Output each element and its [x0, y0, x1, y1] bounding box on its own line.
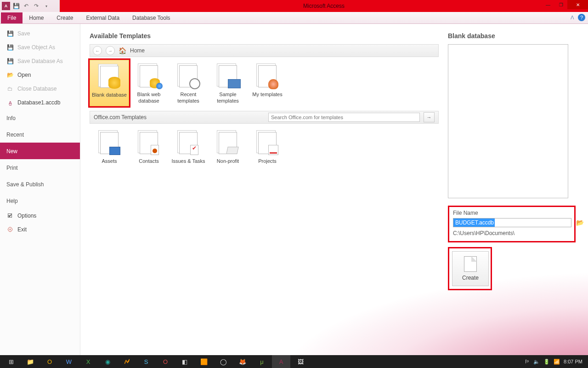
sidebar-save-object-as[interactable]: 💾Save Object As: [0, 40, 80, 54]
taskbar-excel[interactable]: X: [79, 355, 97, 368]
create-button-highlight: Create: [448, 247, 492, 290]
folder-open-icon: 📂: [6, 71, 14, 79]
template-contacts[interactable]: Contacts: [129, 126, 169, 166]
restore-button[interactable]: ❐: [554, 0, 567, 9]
taskbar-outlook[interactable]: O: [40, 355, 59, 368]
sidebar-save-publish[interactable]: Save & Publish: [0, 176, 80, 192]
file-name-input[interactable]: [453, 218, 571, 227]
sidebar-new[interactable]: New: [0, 143, 80, 159]
templates-row-1: Blank database Blank web database Recent…: [90, 57, 439, 109]
new-doc-icon: [464, 256, 477, 272]
template-issues-tasks[interactable]: ✔ Issues & Tasks: [169, 126, 208, 166]
sidebar-open[interactable]: 📂Open: [0, 68, 80, 82]
taskbar-utorrent[interactable]: μ: [253, 355, 271, 368]
system-tray: 🏳 🔈 🔋 📶 8:07 PM: [525, 359, 586, 365]
nav-back-button[interactable]: ←: [93, 46, 102, 55]
access-file-icon: A̲: [6, 99, 14, 106]
sidebar-recent[interactable]: Recent: [0, 126, 80, 143]
tab-database-tools[interactable]: Database Tools: [126, 12, 177, 23]
search-templates-input[interactable]: [268, 113, 420, 122]
sidebar-info[interactable]: Info: [0, 109, 80, 126]
nav-forward-button[interactable]: →: [106, 46, 115, 55]
preview-panel: Blank database File Name C:\Users\HP\Doc…: [448, 32, 579, 347]
sidebar-recent-file[interactable]: A̲Database1.accdb: [0, 96, 80, 109]
file-name-label: File Name: [453, 210, 571, 216]
minimize-button[interactable]: —: [542, 0, 554, 9]
create-button[interactable]: Create: [452, 251, 489, 286]
tray-network-icon[interactable]: 📶: [554, 359, 560, 365]
taskbar-media[interactable]: ◉: [98, 355, 117, 368]
template-assets[interactable]: Assets: [90, 126, 129, 166]
template-recent-templates[interactable]: Recent templates: [169, 60, 208, 106]
file-tab[interactable]: File: [1, 12, 23, 23]
backstage-view: 💾Save 💾Save Object As 💾Save Database As …: [0, 24, 588, 355]
template-blank-database[interactable]: Blank database: [90, 60, 129, 106]
sidebar-close-database[interactable]: 🗀Close Database: [0, 82, 80, 96]
tab-home[interactable]: Home: [23, 12, 50, 23]
search-go-button[interactable]: →: [424, 112, 435, 122]
help-icon[interactable]: ?: [578, 14, 585, 21]
templates-row-2: Assets Contacts ✔ Issues & Tasks Non-pro…: [90, 124, 439, 169]
close-button[interactable]: ✕: [567, 0, 588, 9]
available-templates-heading: Available Templates: [90, 32, 439, 40]
taskbar-opera[interactable]: O: [156, 355, 175, 368]
close-db-icon: 🗀: [6, 85, 14, 92]
tab-external-data[interactable]: External Data: [79, 12, 126, 23]
windows-taskbar: ⊞ 📁 O W X ◉ 🗲 S O ◧ 🟧 ◯ 🦊 μ A 🖼 🏳 🔈 🔋 📶 …: [0, 355, 588, 368]
quick-access-toolbar: A 💾 ↶ ↷ ▾: [0, 2, 52, 10]
office-templates-label: Office.com Templates: [94, 114, 147, 121]
taskbar-access[interactable]: A: [272, 355, 290, 368]
template-blank-web-database[interactable]: Blank web database: [129, 60, 169, 106]
template-projects[interactable]: Projects: [248, 126, 287, 166]
taskbar-app2[interactable]: 🟧: [195, 355, 213, 368]
tab-create[interactable]: Create: [50, 12, 79, 23]
options-icon: 🗹: [6, 212, 14, 219]
taskbar-app3[interactable]: 🖼: [291, 355, 310, 368]
sidebar-save-database-as[interactable]: 💾Save Database As: [0, 54, 80, 68]
minimize-ribbon-icon[interactable]: ᐱ: [569, 14, 576, 21]
save-icon[interactable]: 💾: [12, 2, 20, 10]
tray-volume-icon[interactable]: 🔈: [533, 359, 540, 365]
save-as-icon: 💾: [6, 44, 14, 51]
file-path-label: C:\Users\HP\Documents\: [453, 230, 571, 236]
template-my-templates[interactable]: My templates: [248, 60, 287, 106]
templates-panel: Available Templates ← → 🏠 Home Blank dat…: [90, 32, 439, 347]
start-button[interactable]: ⊞: [2, 355, 20, 368]
template-preview: [448, 44, 568, 198]
template-non-profit[interactable]: Non-profit: [208, 126, 248, 166]
taskbar-word[interactable]: W: [60, 355, 78, 368]
tray-battery-icon[interactable]: 🔋: [543, 359, 550, 365]
exit-icon: ⮾: [6, 226, 14, 233]
titlebar: A 💾 ↶ ↷ ▾ Microsoft Access — ❐ ✕: [0, 0, 588, 12]
titlebar-highlight: Microsoft Access: [60, 0, 588, 12]
save-icon: 💾: [6, 30, 14, 37]
blank-database-heading: Blank database: [448, 32, 579, 40]
tray-flag-icon[interactable]: 🏳: [525, 359, 530, 364]
backstage-sidebar: 💾Save 💾Save Object As 💾Save Database As …: [0, 24, 80, 355]
breadcrumb-home[interactable]: Home: [130, 47, 145, 54]
access-app-icon[interactable]: A: [2, 2, 10, 10]
taskbar-app1[interactable]: ◧: [175, 355, 194, 368]
taskbar-explorer[interactable]: 📁: [21, 355, 40, 368]
redo-icon[interactable]: ↷: [32, 2, 40, 10]
sidebar-print[interactable]: Print: [0, 159, 80, 176]
home-icon[interactable]: 🏠: [119, 47, 126, 54]
office-templates-bar: Office.com Templates →: [90, 111, 439, 124]
ribbon-tabs: File Home Create External Data Database …: [0, 12, 588, 24]
taskbar-winamp[interactable]: 🗲: [118, 355, 136, 368]
save-db-icon: 💾: [6, 58, 14, 65]
undo-icon[interactable]: ↶: [22, 2, 30, 10]
sidebar-help[interactable]: Help: [0, 192, 80, 209]
sidebar-exit[interactable]: ⮾Exit: [0, 223, 80, 236]
sidebar-save[interactable]: 💾Save: [0, 27, 80, 40]
tray-clock[interactable]: 8:07 PM: [564, 359, 582, 364]
window-controls: — ❐ ✕: [542, 0, 588, 9]
taskbar-skype[interactable]: S: [137, 355, 155, 368]
sidebar-options[interactable]: 🗹Options: [0, 209, 80, 223]
qat-dropdown-icon[interactable]: ▾: [42, 2, 51, 10]
taskbar-chrome[interactable]: ◯: [214, 355, 232, 368]
backstage-main: Available Templates ← → 🏠 Home Blank dat…: [80, 24, 588, 355]
template-sample-templates[interactable]: Sample templates: [208, 60, 248, 106]
browse-folder-button[interactable]: 📂: [576, 219, 585, 228]
taskbar-firefox[interactable]: 🦊: [233, 355, 252, 368]
